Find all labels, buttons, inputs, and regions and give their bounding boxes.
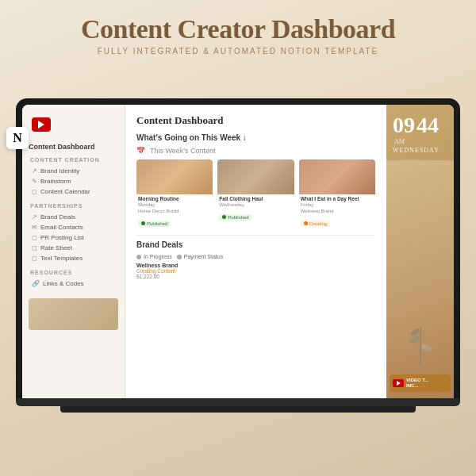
laptop-container: Content Dashboard Content Creation ↗ Bra… [16, 98, 460, 413]
clock-ampm: AM [394, 138, 405, 145]
section-heading: What's Going on This Week ↓ [136, 133, 375, 142]
status-dot-tag [136, 255, 141, 259]
templates-label: Text Templates [40, 255, 83, 262]
links-label: Links & Codes [43, 280, 84, 287]
sidebar-thumbnail [29, 298, 118, 330]
brand-identity-icon: ↗ [32, 167, 37, 175]
sidebar-item-links[interactable]: 🔗 Links & Codes [29, 278, 118, 289]
subtitle: Fully Integrated & Automated Notion Temp… [16, 47, 460, 56]
card-3-status-text: Creating [309, 221, 328, 226]
main-content: Content Dashboard What's Going on This W… [125, 105, 386, 398]
content-card-2: Fall Clothing Haul Wednesday Published [217, 159, 294, 228]
brand-deals-heading: Brand Deals [136, 240, 375, 249]
status-dot-1 [141, 221, 145, 225]
screen: Content Dashboard Content Creation ↗ Bra… [22, 105, 454, 398]
video-badge: VIDEO T...INC... [390, 374, 451, 392]
clock-hour: 09 [393, 114, 415, 136]
pr-label: PR Posting List [40, 234, 84, 241]
templates-icon: ◻ [32, 255, 37, 262]
sidebar-logo [29, 114, 118, 135]
payment-dot-tag [177, 255, 182, 259]
sidebar-item-brand-identity[interactable]: ↗ Brand Identity [29, 166, 118, 176]
content-cards-row: Morning Routine Monday Home Decor Brand … [136, 159, 375, 228]
deals-table-header: In Progress Payment Status [136, 254, 375, 259]
section-title-resources: Resources [29, 270, 118, 275]
right-panel: 09 44 AM Wednesday [386, 105, 454, 398]
content-card-3: What I Eat in a Day Reel Friday Wellness… [299, 159, 375, 228]
plant-decoration [409, 319, 432, 367]
clock-minute: 44 [416, 114, 439, 136]
card-1-brand: Home Decor Brand [136, 208, 213, 214]
header-section: Content Creator Dashboard Fully Integrat… [0, 0, 476, 63]
sidebar-item-calendar[interactable]: ◻ Content Calendar [29, 186, 118, 197]
card-1-status: Published [138, 221, 171, 227]
deal-row-1: Wellness Brand Creating Content $1,222.0… [136, 263, 375, 279]
calendar-icon-sm: 📅 [136, 147, 145, 155]
rate-label: Rate Sheet [40, 244, 72, 251]
youtube-icon [32, 117, 51, 132]
status-dot-3 [304, 221, 308, 225]
email-label: Email Contacts [40, 224, 83, 231]
sidebar-section-partnerships: Partnerships ↗ Brand Deals ✉ Email Conta… [29, 203, 118, 263]
deals-icon: ↗ [32, 213, 37, 221]
sidebar-item-email[interactable]: ✉ Email Contacts [29, 222, 118, 232]
pr-icon: ◻ [32, 234, 37, 241]
deal-1-status: Creating Content [136, 268, 375, 274]
card-3-status: Creating [301, 221, 331, 227]
card-2-status-text: Published [228, 215, 248, 220]
laptop-frame: Content Dashboard Content Creation ↗ Bra… [16, 98, 460, 398]
week-label-text: This Week's Content [150, 147, 216, 155]
card-2-label: Fall Clothing Haul [217, 194, 294, 202]
payment-tag: Payment Status [177, 254, 223, 259]
card-2-day: Wednesday [217, 202, 294, 208]
email-icon: ✉ [32, 224, 37, 231]
video-play-icon [393, 379, 404, 387]
status-label: In Progress [144, 254, 172, 259]
sidebar-page-title: Content Dashboard [29, 143, 118, 151]
card-3-day: Friday [299, 202, 375, 208]
section-title-content: Content Creation [29, 157, 118, 163]
right-photo: VIDEO T...INC... [386, 160, 454, 398]
payment-label: Payment Status [184, 254, 223, 259]
deal-1-amount: $1,222.00 [136, 274, 375, 279]
card-2-status: Published [219, 214, 251, 221]
deals-label: Brand Deals [40, 213, 75, 221]
clock-section: 09 44 AM Wednesday [386, 105, 454, 160]
card-1-day: Monday [136, 202, 213, 208]
sidebar-item-rate[interactable]: ◻ Rate Sheet [29, 243, 118, 253]
card-3-label: What I Eat in a Day Reel [299, 194, 375, 202]
laptop-stand [60, 406, 416, 413]
card-1-image [136, 159, 213, 194]
sidebar-item-templates[interactable]: ◻ Text Templates [29, 253, 118, 263]
content-card-1: Morning Routine Monday Home Decor Brand … [136, 159, 213, 228]
brainstorm-icon: ✎ [32, 178, 37, 185]
rate-icon: ◻ [32, 244, 37, 251]
main-title: Content Creator Dashboard [16, 14, 460, 44]
dashboard-title: Content Dashboard [136, 114, 375, 127]
calendar-icon: ◻ [32, 188, 37, 195]
sidebar-item-brainstorm[interactable]: ✎ Brainstorm [29, 176, 118, 186]
status-tag: In Progress [136, 254, 172, 259]
laptop-base [16, 398, 460, 406]
clock-time: 09 44 [393, 114, 447, 136]
section-title-partnerships: Partnerships [29, 203, 118, 209]
deal-1-name: Wellness Brand [136, 263, 375, 268]
card-3-image [299, 159, 375, 194]
links-icon: 🔗 [32, 280, 40, 287]
notion-icon[interactable]: N [6, 127, 29, 149]
week-label: 📅 This Week's Content [136, 147, 375, 155]
sidebar: Content Dashboard Content Creation ↗ Bra… [22, 105, 125, 398]
brand-identity-label: Brand Identity [40, 167, 79, 175]
card-1-status-text: Published [147, 221, 167, 226]
sidebar-section-content: Content Creation ↗ Brand Identity ✎ Brai… [29, 157, 118, 197]
card-3-brand: Wellness Brand [299, 208, 375, 214]
brand-deals-section: Brand Deals In Progress Payment Status [136, 235, 375, 279]
status-dot-2 [222, 215, 226, 219]
calendar-label: Content Calendar [40, 188, 90, 195]
sidebar-item-brand-deals[interactable]: ↗ Brand Deals [29, 212, 118, 222]
sidebar-item-pr[interactable]: ◻ PR Posting List [29, 232, 118, 243]
sidebar-section-resources: Resources 🔗 Links & Codes [29, 270, 118, 289]
card-1-label: Morning Routine [136, 194, 213, 202]
clock-day: Wednesday [393, 147, 447, 154]
video-badge-text: VIDEO T...INC... [406, 378, 428, 389]
